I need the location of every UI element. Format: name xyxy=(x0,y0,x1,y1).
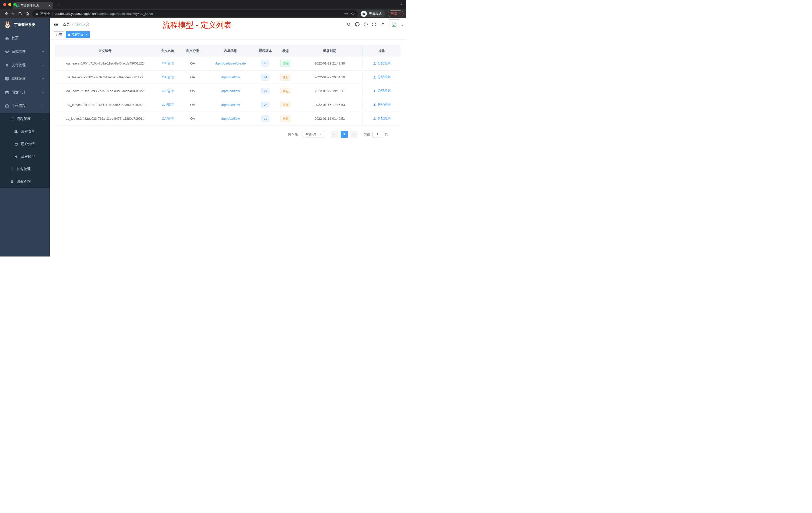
form-cell: /bpm/oa/flow xyxy=(205,84,256,98)
sidebar-item-form[interactable]: 流程表单 xyxy=(0,125,50,138)
new-tab-button[interactable]: + xyxy=(57,2,59,8)
tag-label: 流程定义 xyxy=(71,33,84,37)
active-dot xyxy=(68,34,70,36)
assign-rule-link[interactable]: 分配规则 xyxy=(373,89,390,93)
search-icon[interactable] xyxy=(347,22,351,27)
status-badge: 挂起 xyxy=(280,74,291,81)
page-size-select[interactable]: 10条/页 xyxy=(302,131,325,138)
update-menu-button[interactable]: 更新 xyxy=(388,10,404,17)
deploy-time: 2022-01-16 17:46:53 xyxy=(315,103,345,107)
browser-toolbar: 不安全 dashboard.yudao.iocoder.cn/bpm/manag… xyxy=(0,9,406,18)
version-tag: v3 xyxy=(261,88,270,94)
deploy-time-cell: 2022-01-22 19:19:11 xyxy=(297,84,363,98)
app-title: 芋道管理系统 xyxy=(14,23,35,27)
sidebar-item-user[interactable]: 请假查询 xyxy=(0,175,50,188)
sidebar-item-gear[interactable]: 系统管理 xyxy=(0,45,50,58)
tab-close-icon[interactable]: ✕ xyxy=(48,4,51,7)
definition-name-link[interactable]: OA 请假 xyxy=(162,61,174,65)
sidebar-item-send[interactable]: 流程模型 xyxy=(0,150,50,163)
sidebar-item-yen[interactable]: ¥支付管理 xyxy=(0,58,50,72)
sidebar-item-label: 支付管理 xyxy=(11,63,41,67)
sidebar-item-monitor[interactable]: 基础设施 xyxy=(0,72,50,86)
form-link[interactable]: /bpm/oa/flow xyxy=(221,89,240,93)
sidebar-logo[interactable]: 芋道管理系统 xyxy=(0,18,50,31)
breadcrumb-home[interactable]: 首页 xyxy=(63,22,70,27)
version-cell: v3 xyxy=(256,84,275,98)
user-avatar[interactable] xyxy=(389,19,399,29)
page-number-button[interactable]: 1 xyxy=(341,131,348,138)
table-row: oa_leave:3:1fad3d93-7b75-11ec-a3c8-acde4… xyxy=(55,84,401,98)
forward-button[interactable] xyxy=(9,10,17,17)
github-icon[interactable] xyxy=(355,22,359,27)
sidebar-item-label: 流程模型 xyxy=(21,154,50,159)
tab-list-chevron-icon[interactable] xyxy=(400,2,403,7)
form-link[interactable]: /bpm/oa/flow xyxy=(221,75,240,79)
url-host: dashboard.yudao.iocoder.cn xyxy=(55,12,96,16)
deploy-time-cell: 2022-01-16 01:40:51 xyxy=(297,112,363,125)
definition-name-link[interactable]: OA 请假 xyxy=(162,89,174,93)
sidebar-item-toolbox[interactable]: 研发工具 xyxy=(0,86,50,99)
goto-page-input[interactable] xyxy=(372,131,382,138)
form-link[interactable]: /bpm/oa/leave/create xyxy=(215,61,245,65)
assign-rule-link[interactable]: 分配规则 xyxy=(373,75,390,79)
form-link[interactable]: /bpm/oa/flow xyxy=(221,117,240,120)
goto-suffix-label: 页 xyxy=(385,132,388,137)
tag-close-icon[interactable]: × xyxy=(86,33,87,36)
status-cell: 挂起 xyxy=(275,70,297,84)
definition-id-cell: oa_leave:5:004b710b-7b8a-11ec-8ef0-acde4… xyxy=(55,57,155,70)
bookmark-star-icon[interactable] xyxy=(351,12,355,16)
status-badge: 挂起 xyxy=(280,102,291,108)
zoom-window-button[interactable] xyxy=(13,3,16,6)
page-content: 定义编号定义名称定义分类表单信息流程版本状态部署时间操作 oa_leave:5:… xyxy=(50,39,406,138)
url-divider xyxy=(52,12,53,16)
prev-page-button[interactable]: ‹ xyxy=(331,131,338,138)
page-size-value: 10条/页 xyxy=(305,132,316,137)
definition-name-link[interactable]: OA 请假 xyxy=(162,117,174,120)
version-tag: v1 xyxy=(261,116,270,122)
form-cell: /bpm/oa/flow xyxy=(205,70,256,84)
tag-active[interactable]: 流程定义× xyxy=(66,31,90,38)
next-page-button[interactable]: › xyxy=(350,131,357,138)
update-label: 更新 xyxy=(391,11,397,16)
assign-rule-link[interactable]: 分配规则 xyxy=(373,61,390,65)
navbar-actions: ? TT xyxy=(345,19,404,29)
version-cell: v1 xyxy=(256,112,275,125)
caret-down-icon[interactable] xyxy=(401,25,404,27)
form-link[interactable]: /bpm/oa/flow xyxy=(221,103,240,107)
font-size-icon[interactable]: TT xyxy=(380,22,385,27)
sidebar-collapse-icon[interactable] xyxy=(54,22,58,27)
help-icon[interactable]: ? xyxy=(364,22,368,27)
home-button[interactable] xyxy=(24,10,31,17)
minimize-window-button[interactable] xyxy=(8,3,11,6)
form-cell: /bpm/oa/flow xyxy=(205,112,256,125)
column-header: 流程版本 xyxy=(256,45,275,57)
action-cell: 分配规则 xyxy=(363,112,401,125)
close-window-button[interactable] xyxy=(3,3,6,6)
security-warning[interactable]: 不安全 xyxy=(35,11,50,16)
back-button[interactable] xyxy=(2,10,9,17)
deploy-time-cell: 2022-01-22 21:48:38 xyxy=(297,57,363,70)
reload-button[interactable] xyxy=(17,10,24,17)
version-tag: v5 xyxy=(261,60,270,66)
assign-rule-link[interactable]: 分配规则 xyxy=(373,102,390,107)
definition-name-link[interactable]: OA 请假 xyxy=(162,75,174,79)
assign-rule-link[interactable]: 分配规则 xyxy=(373,116,390,121)
browser-tab[interactable]: 芋道管理系统 ✕ xyxy=(13,2,53,9)
sidebar-item-tree[interactable]: 任务管理 xyxy=(0,163,50,175)
sidebar-item-briefcase[interactable]: 工作流程 xyxy=(0,99,50,113)
incognito-badge: 无痕模式 xyxy=(360,10,385,17)
definition-id: oa_leave:1:482ec033-762a-11ec-8477-a2380… xyxy=(65,117,144,120)
url-bar[interactable]: 不安全 dashboard.yudao.iocoder.cn/bpm/manag… xyxy=(32,10,358,17)
window-controls[interactable] xyxy=(3,3,16,6)
incognito-icon xyxy=(361,11,367,17)
yen-icon: ¥ xyxy=(5,63,9,67)
key-icon[interactable] xyxy=(344,12,348,16)
sidebar-item-dashboard[interactable]: 首页 xyxy=(0,31,50,45)
definition-name-link[interactable]: OA 请假 xyxy=(162,103,174,107)
fullscreen-icon[interactable] xyxy=(372,22,376,27)
action-cell: 分配规则 xyxy=(363,70,401,84)
breadcrumb-current: 流程定义 xyxy=(75,22,89,27)
sidebar-item-list[interactable]: 流程管理 xyxy=(0,113,50,125)
tag-inactive[interactable]: 首页 xyxy=(54,31,64,38)
sidebar-item-robot[interactable]: 用户分组 xyxy=(0,138,50,150)
